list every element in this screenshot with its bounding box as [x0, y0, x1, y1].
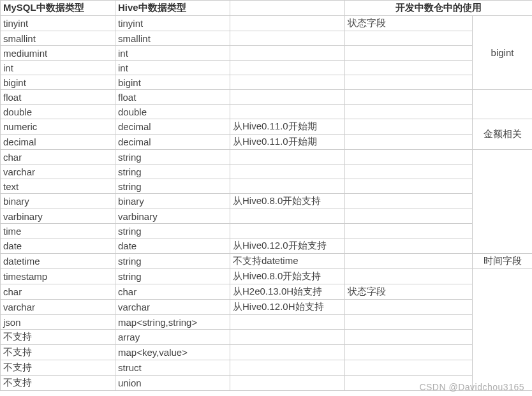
cell-note: 从Hive0.11.0开始期: [230, 119, 345, 135]
cell-note: [230, 105, 345, 119]
cell-note: [230, 179, 345, 194]
cell-use: [345, 209, 473, 224]
table-row: binarybinary从Hive0.8.0开始支持: [1, 194, 533, 209]
table-row: 不支持union: [1, 376, 533, 391]
table-row: decimaldecimal从Hive0.11.0开始期: [1, 135, 533, 150]
cell-note: [230, 61, 345, 75]
table-row: jsonmap<string,string>: [1, 315, 533, 330]
cell-hive: array: [115, 330, 230, 345]
cell-note: 从Hive0.11.0开始期: [230, 135, 345, 150]
cell-hive: date: [115, 238, 230, 254]
cell-note: [230, 90, 345, 105]
table-row: varbinaryvarbinary: [1, 209, 533, 224]
cell-hive: bigint: [115, 75, 230, 90]
table-row: bigintbigint: [1, 75, 533, 90]
cell-note: [230, 165, 345, 179]
cell-use: [345, 61, 473, 75]
cell-note: [230, 150, 345, 165]
cell-use: [345, 238, 473, 254]
table-header-row: MySQL中数据类型 Hive中数据类型 开发中数仓中的使用: [1, 1, 533, 16]
cell-use: [345, 194, 473, 209]
cell-use: [345, 300, 473, 315]
cell-mysql: 不支持: [1, 360, 115, 376]
table-row: varcharvarchar从Hive0.12.0H始支持: [1, 300, 533, 315]
cell-mysql: float: [1, 90, 115, 105]
cell-note: [230, 75, 345, 90]
cell-hive: string: [115, 254, 230, 269]
cell-hive: string: [115, 165, 230, 179]
cell-use: [345, 135, 473, 150]
cell-mysql: mediumint: [1, 46, 115, 61]
cell-use: [345, 376, 473, 391]
cell-use: [345, 315, 473, 330]
cell-mysql: char: [1, 284, 115, 300]
cell-use: [345, 75, 473, 90]
cell-note: [230, 330, 345, 345]
cell-note: [230, 360, 345, 376]
cell-hive: string: [115, 179, 230, 194]
cell-hive: int: [115, 61, 230, 75]
table-row: timestring: [1, 224, 533, 238]
header-hive: Hive中数据类型: [115, 1, 230, 16]
cell-mysql: timestamp: [1, 269, 115, 284]
cell-hive: decimal: [115, 135, 230, 150]
cell-use: [345, 269, 473, 284]
cell-use: [345, 150, 473, 165]
cell-note: [230, 46, 345, 61]
table-row: charstring: [1, 150, 533, 165]
cell-hive: varbinary: [115, 209, 230, 224]
cell-hive: string: [115, 224, 230, 238]
cell-mysql: text: [1, 179, 115, 194]
cell-hive: tinyint: [115, 16, 230, 31]
cell-mysql: 不支持: [1, 376, 115, 391]
table-row: varcharstring: [1, 165, 533, 179]
table-row: intint: [1, 61, 533, 75]
table-row: charchar从H2e0.13.0H始支持状态字段: [1, 284, 533, 300]
cell-empty: [473, 269, 533, 391]
cell-empty: [473, 90, 533, 119]
cell-empty: [473, 150, 533, 254]
cell-mysql: varbinary: [1, 209, 115, 224]
cell-group-money: 金额相关: [473, 119, 533, 150]
header-note: [230, 1, 345, 16]
cell-hive: string: [115, 269, 230, 284]
cell-note: [230, 209, 345, 224]
cell-hive: varchar: [115, 300, 230, 315]
cell-mysql: bigint: [1, 75, 115, 90]
cell-use: [345, 224, 473, 238]
cell-note: 从H2e0.13.0H始支持: [230, 284, 345, 300]
table-row: floatfloat: [1, 90, 533, 105]
cell-group-bigint: bigint: [473, 16, 533, 90]
cell-hive: double: [115, 105, 230, 119]
header-usage: 开发中数仓中的使用: [345, 1, 533, 16]
cell-use: [345, 165, 473, 179]
table-row: smallintsmallint: [1, 31, 533, 46]
header-mysql: MySQL中数据类型: [1, 1, 115, 16]
table-row: 不支持array: [1, 330, 533, 345]
cell-mysql: datetime: [1, 254, 115, 269]
table-row: numericdecimal从Hive0.11.0开始期金额相关: [1, 119, 533, 135]
table-row: textstring: [1, 179, 533, 194]
cell-use: [345, 330, 473, 345]
cell-use: 状态字段: [345, 16, 473, 31]
cell-hive: char: [115, 284, 230, 300]
cell-hive: decimal: [115, 119, 230, 135]
cell-group-time: 时间字段: [473, 254, 533, 269]
cell-mysql: tinyint: [1, 16, 115, 31]
cell-use: [345, 179, 473, 194]
cell-note: [230, 31, 345, 46]
cell-mysql: varchar: [1, 165, 115, 179]
table-row: 不支持map<key,value>: [1, 345, 533, 360]
cell-hive: union: [115, 376, 230, 391]
cell-note: [230, 315, 345, 330]
cell-mysql: smallint: [1, 31, 115, 46]
cell-hive: map<string,string>: [115, 315, 230, 330]
cell-hive: map<key,value>: [115, 345, 230, 360]
cell-hive: binary: [115, 194, 230, 209]
cell-note: [230, 376, 345, 391]
cell-hive: smallint: [115, 31, 230, 46]
table-row: 不支持struct: [1, 360, 533, 376]
cell-mysql: 不支持: [1, 345, 115, 360]
cell-hive: string: [115, 150, 230, 165]
cell-note: 不支持datetime: [230, 254, 345, 269]
